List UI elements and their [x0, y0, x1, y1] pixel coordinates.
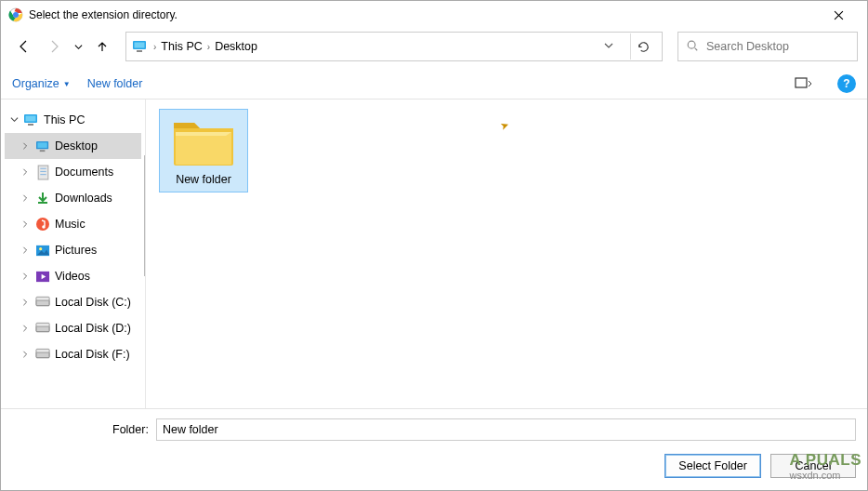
breadcrumb-root[interactable]: This PC: [157, 40, 205, 53]
tree-item-disk-f[interactable]: Local Disk (F:): [5, 341, 141, 367]
chevron-down-icon[interactable]: [8, 115, 20, 124]
tree-item-disk-c[interactable]: Local Disk (C:): [5, 289, 141, 315]
folder-field[interactable]: [156, 418, 856, 441]
search-input[interactable]: [704, 39, 849, 54]
folder-row: Folder:: [112, 418, 856, 441]
new-folder-button[interactable]: New folder: [87, 77, 143, 90]
chevron-down-icon: ▼: [63, 80, 71, 88]
cancel-button[interactable]: Cancel: [770, 454, 856, 478]
chevron-right-icon[interactable]: [20, 194, 31, 202]
tree-item-downloads[interactable]: Downloads: [5, 185, 141, 211]
svg-rect-13: [39, 150, 45, 152]
svg-rect-29: [35, 349, 48, 352]
chevron-right-icon[interactable]: [20, 168, 31, 176]
pictures-icon: [34, 242, 51, 259]
svg-point-20: [42, 225, 46, 229]
back-button[interactable]: [12, 33, 36, 60]
tree-item-disk-d[interactable]: Local Disk (D:): [5, 315, 141, 341]
button-row: Select Folder Cancel: [12, 454, 856, 478]
refresh-button[interactable]: [630, 33, 656, 60]
view-mode-button[interactable]: [793, 73, 815, 95]
tree-item-pictures[interactable]: Pictures: [5, 237, 141, 263]
breadcrumb-dropdown[interactable]: [597, 41, 621, 52]
tree-item-label: Local Disk (D:): [55, 322, 131, 335]
this-pc-icon: [132, 38, 149, 55]
forward-button[interactable]: [42, 33, 66, 60]
scrollbar[interactable]: [144, 155, 146, 276]
chevron-right-icon[interactable]: [20, 246, 31, 254]
tree-item-label: Videos: [55, 270, 90, 283]
svg-point-19: [36, 218, 49, 231]
svg-rect-12: [37, 142, 46, 148]
search-icon: [686, 39, 699, 55]
tree-root-this-pc[interactable]: This PC: [5, 107, 141, 133]
tree-item-label: Downloads: [55, 192, 112, 205]
svg-point-6: [688, 41, 695, 48]
up-button[interactable]: [90, 33, 114, 60]
svg-rect-9: [26, 116, 36, 122]
folder-item-label: New folder: [176, 173, 231, 186]
search-box[interactable]: [677, 32, 858, 61]
body: This PC Desktop Documents Downloads: [1, 100, 867, 429]
disk-icon: [34, 294, 51, 311]
tree-item-label: Local Disk (C:): [55, 296, 131, 309]
tree-root-label: This PC: [44, 113, 85, 126]
tree-item-desktop[interactable]: Desktop: [5, 133, 141, 159]
file-list[interactable]: New folder ➤: [146, 100, 867, 429]
svg-rect-25: [35, 297, 48, 300]
desktop-icon: [34, 138, 51, 154]
svg-point-22: [39, 247, 42, 250]
organize-menu[interactable]: Organize ▼: [12, 77, 71, 90]
disk-icon: [34, 320, 51, 337]
chevron-right-icon[interactable]: [20, 220, 31, 228]
documents-icon: [34, 164, 51, 180]
svg-rect-14: [38, 166, 48, 179]
videos-icon: [34, 268, 51, 285]
chevron-right-icon[interactable]: [20, 272, 31, 280]
footer: Folder: Select Folder Cancel: [1, 408, 867, 490]
recent-locations-dropdown[interactable]: [72, 33, 85, 60]
tree-item-music[interactable]: Music: [5, 211, 141, 237]
breadcrumb-segment[interactable]: Desktop: [211, 40, 261, 53]
close-button[interactable]: [817, 1, 860, 29]
svg-rect-4: [135, 43, 145, 48]
folder-icon: [170, 113, 237, 169]
music-icon: [34, 216, 51, 232]
tree-item-label: Documents: [55, 166, 113, 179]
svg-rect-5: [137, 50, 142, 52]
folder-item[interactable]: New folder: [159, 109, 248, 192]
chevron-right-icon[interactable]: [20, 299, 31, 306]
titlebar: Select the extension directory.: [1, 1, 867, 29]
monitor-icon: [23, 112, 40, 128]
organize-label: Organize: [12, 77, 59, 90]
tree-item-documents[interactable]: Documents: [5, 159, 141, 185]
chevron-right-icon[interactable]: [20, 351, 31, 358]
nav-tree: This PC Desktop Documents Downloads: [1, 100, 146, 429]
breadcrumb[interactable]: › This PC › Desktop: [125, 32, 663, 61]
help-button[interactable]: ?: [837, 74, 856, 93]
tree-item-label: Pictures: [55, 244, 97, 257]
svg-rect-10: [28, 124, 33, 126]
downloads-icon: [34, 190, 51, 206]
folder-field-label: Folder:: [112, 423, 149, 436]
command-bar: Organize ▼ New folder ?: [1, 69, 867, 100]
svg-rect-7: [796, 78, 807, 87]
svg-rect-27: [35, 323, 48, 326]
tree-item-label: Music: [55, 218, 85, 231]
nav-toolbar: › This PC › Desktop: [1, 29, 867, 69]
tree-item-label: Local Disk (F:): [55, 348, 130, 361]
disk-icon: [34, 346, 51, 363]
tree-item-videos[interactable]: Videos: [5, 263, 141, 289]
chevron-right-icon[interactable]: [20, 142, 31, 150]
select-folder-button[interactable]: Select Folder: [664, 454, 761, 478]
window-title: Select the extension directory.: [29, 8, 817, 21]
chevron-right-icon[interactable]: [20, 325, 31, 332]
tree-item-label: Desktop: [55, 139, 98, 153]
cursor-artifact: ➤: [499, 119, 511, 133]
chrome-app-icon: [8, 7, 23, 22]
